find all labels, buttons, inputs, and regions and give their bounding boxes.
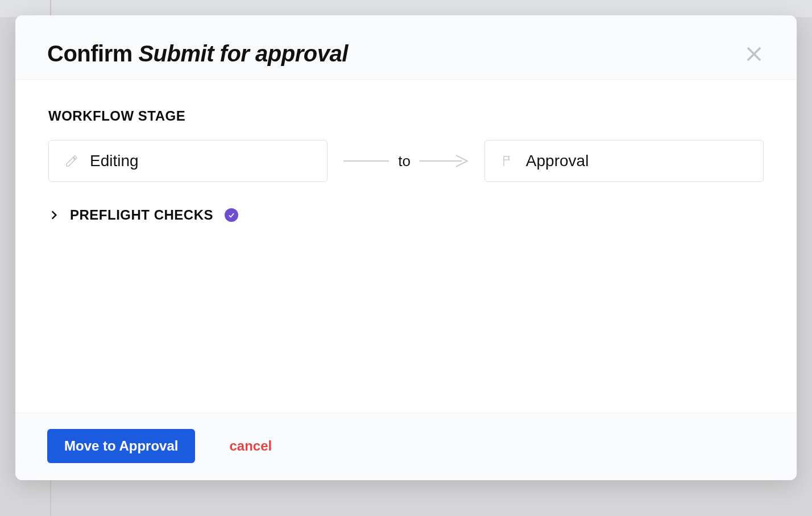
cancel-button[interactable]: cancel xyxy=(229,438,272,454)
preflight-checks-toggle[interactable]: PREFLIGHT CHECKS xyxy=(48,207,764,223)
confirm-modal: Confirm Submit for approval WORKFLOW STA… xyxy=(15,15,797,480)
flag-icon xyxy=(501,154,515,168)
preflight-checks-label: PREFLIGHT CHECKS xyxy=(70,207,213,223)
stage-to-label: Approval xyxy=(526,152,589,170)
workflow-stage-heading: WORKFLOW STAGE xyxy=(48,108,764,124)
connector-label: to xyxy=(398,152,411,170)
stage-connector: to xyxy=(343,152,469,170)
check-badge-icon xyxy=(225,208,238,222)
close-button[interactable] xyxy=(743,43,765,65)
close-icon xyxy=(745,46,763,63)
modal-footer: Move to Approval cancel xyxy=(15,412,797,480)
stage-to-card: Approval xyxy=(484,140,764,182)
chevron-right-icon xyxy=(48,209,60,221)
connector-line-left xyxy=(343,160,389,162)
stage-from-card: Editing xyxy=(48,140,328,182)
modal-title-action: Submit for approval xyxy=(138,41,347,66)
modal-title: Confirm Submit for approval xyxy=(47,41,348,67)
workflow-stage-row: Editing to Approval xyxy=(48,140,764,182)
stage-from-label: Editing xyxy=(90,152,139,170)
arrow-right-icon xyxy=(420,154,469,168)
background-strip xyxy=(0,0,812,17)
move-to-approval-button[interactable]: Move to Approval xyxy=(47,429,195,463)
modal-body: WORKFLOW STAGE Editing to xyxy=(15,79,797,412)
pencil-icon xyxy=(65,154,78,168)
modal-title-prefix: Confirm xyxy=(47,41,138,66)
modal-header: Confirm Submit for approval xyxy=(15,15,797,79)
